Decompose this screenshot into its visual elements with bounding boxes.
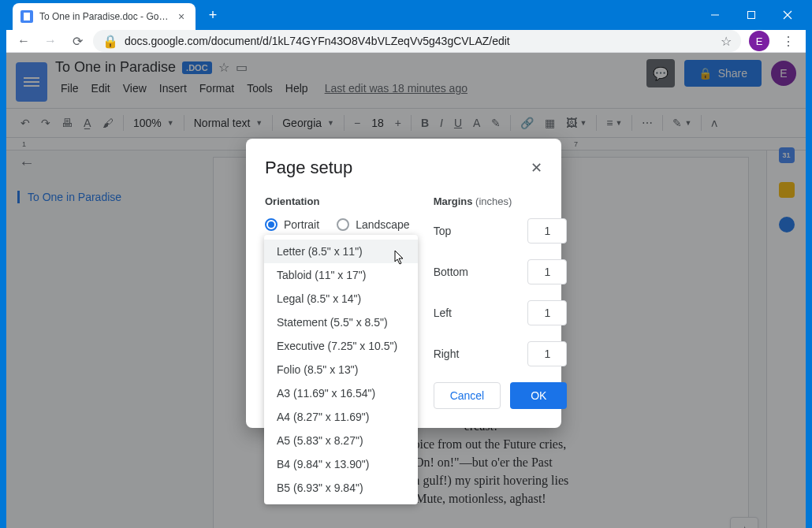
profile-avatar[interactable]: E bbox=[749, 31, 769, 51]
omnibox[interactable]: 🔒 docs.google.com/document/d/1kL74GYFn43… bbox=[93, 30, 741, 52]
radio-unchecked-icon bbox=[337, 218, 349, 231]
docs-favicon bbox=[20, 10, 33, 23]
portrait-radio[interactable]: Portrait bbox=[265, 218, 319, 231]
dialog-title: Page setup bbox=[265, 158, 352, 178]
margin-bottom-input[interactable] bbox=[527, 259, 567, 284]
paper-size-option[interactable]: B4 (9.84" x 13.90") bbox=[264, 452, 418, 476]
paper-size-option[interactable]: Letter (8.5" x 11") bbox=[264, 240, 418, 263]
browser-tab[interactable]: To One in Paradise.doc - Google × bbox=[13, 3, 196, 30]
margin-right-label: Right bbox=[434, 348, 460, 360]
margin-left-input[interactable] bbox=[527, 300, 567, 325]
lock-icon: 🔒 bbox=[102, 34, 118, 49]
maximize-button[interactable] bbox=[733, 0, 769, 30]
margin-left-label: Left bbox=[434, 307, 452, 319]
radio-checked-icon bbox=[265, 218, 277, 231]
bookmark-star-icon[interactable]: ☆ bbox=[721, 34, 732, 49]
paper-size-option[interactable]: A3 (11.69" x 16.54") bbox=[264, 381, 418, 405]
paper-size-option[interactable]: Tabloid (11" x 17") bbox=[264, 263, 418, 287]
minimize-button[interactable] bbox=[697, 0, 733, 30]
paper-size-option[interactable]: B5 (6.93" x 9.84") bbox=[264, 476, 418, 500]
landscape-radio[interactable]: Landscape bbox=[337, 218, 410, 231]
back-button[interactable]: ← bbox=[13, 30, 35, 52]
cancel-button[interactable]: Cancel bbox=[434, 382, 501, 409]
paper-size-option[interactable]: A4 (8.27" x 11.69") bbox=[264, 405, 418, 429]
paper-size-dropdown: Letter (8.5" x 11") Tabloid (11" x 17") … bbox=[264, 235, 418, 504]
margin-bottom-label: Bottom bbox=[434, 266, 468, 278]
paper-size-option[interactable]: Legal (8.5" x 14") bbox=[264, 287, 418, 310]
browser-titlebar: To One in Paradise.doc - Google × + bbox=[6, 0, 806, 30]
url-text: docs.google.com/document/d/1kL74GYFn43O8… bbox=[125, 35, 510, 47]
reload-button[interactable]: ⟳ bbox=[66, 30, 88, 52]
dialog-close-icon[interactable]: ✕ bbox=[531, 159, 542, 177]
tab-title: To One in Paradise.doc - Google bbox=[39, 11, 169, 22]
paper-size-option[interactable]: Statement (5.5" x 8.5") bbox=[264, 310, 418, 334]
paper-size-option[interactable]: Folio (8.5" x 13") bbox=[264, 358, 418, 381]
margin-top-label: Top bbox=[434, 225, 452, 237]
svg-rect-1 bbox=[748, 12, 755, 19]
chrome-menu-icon[interactable]: ⋮ bbox=[777, 30, 799, 52]
close-window-button[interactable] bbox=[769, 0, 806, 30]
margin-top-input[interactable] bbox=[527, 218, 567, 244]
new-tab-button[interactable]: + bbox=[202, 4, 224, 26]
ok-button[interactable]: OK bbox=[510, 382, 567, 409]
margins-label: Margins (inches) bbox=[434, 195, 568, 207]
orientation-label: Orientation bbox=[265, 195, 410, 207]
paper-size-option[interactable]: A5 (5.83" x 8.27") bbox=[264, 429, 418, 452]
close-tab-icon[interactable]: × bbox=[175, 10, 188, 23]
address-bar: ← → ⟳ 🔒 docs.google.com/document/d/1kL74… bbox=[6, 30, 806, 53]
paper-size-option[interactable]: Executive (7.25" x 10.5") bbox=[264, 334, 418, 358]
forward-button[interactable]: → bbox=[39, 30, 61, 52]
margin-right-input[interactable] bbox=[527, 341, 567, 366]
